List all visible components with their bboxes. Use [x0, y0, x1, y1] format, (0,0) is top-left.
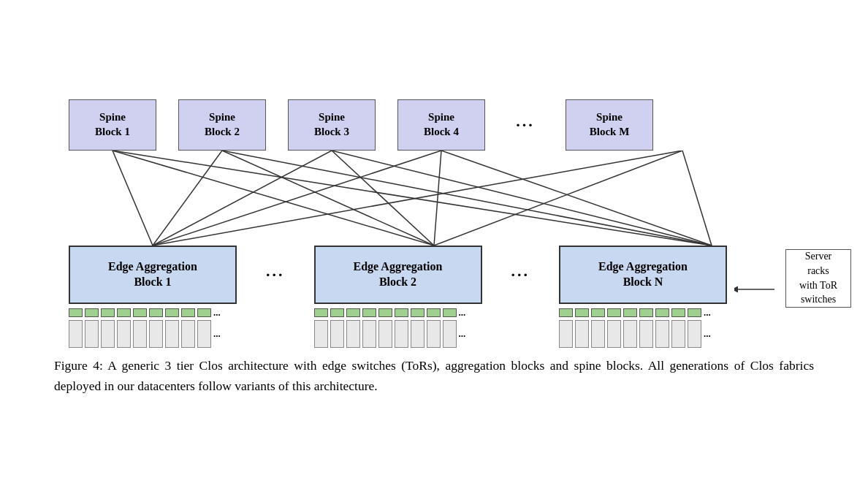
- spine-row: SpineBlock 1 SpineBlock 2 SpineBlock 3 S…: [54, 99, 814, 151]
- spine-block-m: SpineBlock M: [566, 99, 653, 151]
- rack-dots-row-n: ...: [704, 328, 711, 340]
- rack-cell: [591, 320, 605, 348]
- rack-cell: [69, 320, 83, 348]
- tor-cell: [559, 308, 573, 317]
- rack-cell: [181, 320, 195, 348]
- edge-block-n: Edge AggregationBlock N: [559, 246, 727, 304]
- rack-cell: [623, 320, 637, 348]
- rack-row-n: ...: [559, 320, 727, 348]
- edge-group-1: Edge AggregationBlock 1: [69, 246, 237, 348]
- rack-cell: [559, 320, 573, 348]
- server-racks-label-area: Serverrackswith ToRswitches: [734, 246, 844, 319]
- edge-dots: ···: [266, 246, 285, 304]
- rack-cell: [133, 320, 147, 348]
- rack-cells-n: [559, 320, 701, 348]
- rack-cell: [655, 320, 669, 348]
- tor-cell: [362, 308, 376, 317]
- rack-row-1: ...: [69, 320, 237, 348]
- tor-cell: [133, 308, 147, 317]
- edge-row: Edge AggregationBlock 1: [69, 246, 814, 348]
- edge-block-2: Edge AggregationBlock 2: [314, 246, 482, 304]
- rack-cells-2: [314, 320, 457, 348]
- diagram-container: SpineBlock 1 SpineBlock 2 SpineBlock 3 S…: [54, 99, 814, 348]
- edge-block-1: Edge AggregationBlock 1: [69, 246, 237, 304]
- rack-cell: [639, 320, 653, 348]
- rack-cell: [607, 320, 621, 348]
- spine-block-3: SpineBlock 3: [288, 99, 376, 151]
- figure-label: Figure 4: A generic 3 tier Clos architec…: [54, 358, 814, 393]
- svg-line-2: [113, 151, 712, 246]
- rack-cell: [149, 320, 163, 348]
- rack-cell: [346, 320, 360, 348]
- connection-lines-svg: [69, 151, 836, 246]
- tor-row-1: ...: [69, 307, 237, 319]
- tor-cell: [623, 308, 637, 317]
- tor-cells-2: [314, 308, 457, 317]
- rack-row-2: ...: [314, 320, 482, 348]
- tor-cell: [671, 308, 685, 317]
- rack-cell: [427, 320, 441, 348]
- rack-cell: [378, 320, 392, 348]
- rack-cell: [671, 320, 685, 348]
- edge-group-n: Edge AggregationBlock N: [559, 246, 727, 348]
- rack-dots-row-2: ...: [459, 328, 466, 340]
- tor-cell: [165, 308, 179, 317]
- rack-cell: [101, 320, 115, 348]
- tor-cell: [427, 308, 441, 317]
- svg-line-10: [434, 151, 441, 246]
- rack-cell: [197, 320, 211, 348]
- rack-cell: [443, 320, 457, 348]
- tor-cell: [575, 308, 589, 317]
- rack-dots-2: ...: [459, 307, 466, 319]
- tor-row-n: ...: [559, 307, 727, 319]
- tor-cell: [149, 308, 163, 317]
- tor-cell: [117, 308, 131, 317]
- server-racks-label: Serverrackswith ToRswitches: [785, 249, 851, 308]
- rack-cell: [395, 320, 408, 348]
- rack-cells-1: [69, 320, 211, 348]
- tor-cell: [443, 308, 457, 317]
- tor-cells-n: [559, 308, 701, 317]
- rack-cell: [330, 320, 344, 348]
- tor-cell: [181, 308, 195, 317]
- rack-cell: [85, 320, 99, 348]
- tor-cell: [411, 308, 425, 317]
- tor-cell: [346, 308, 360, 317]
- tor-cell: [639, 308, 653, 317]
- tor-row-2: ...: [314, 307, 482, 319]
- tor-cell: [395, 308, 408, 317]
- rack-cell: [411, 320, 425, 348]
- rack-dots-row-1: ...: [213, 328, 221, 340]
- svg-line-3: [153, 151, 222, 246]
- rack-cell: [575, 320, 589, 348]
- svg-line-13: [434, 151, 682, 246]
- spine-block-2: SpineBlock 2: [178, 99, 266, 151]
- svg-line-8: [332, 151, 712, 246]
- spine-block-4: SpineBlock 4: [397, 99, 485, 151]
- svg-line-11: [441, 151, 712, 246]
- tor-cell: [655, 308, 669, 317]
- rack-dots-1: ...: [213, 307, 221, 319]
- tor-cell: [85, 308, 99, 317]
- tor-cell: [591, 308, 605, 317]
- tor-cell: [101, 308, 115, 317]
- edge-group-2: Edge AggregationBlock 2: [314, 246, 482, 348]
- tor-cell: [69, 308, 83, 317]
- rack-cell: [314, 320, 328, 348]
- spine-block-1: SpineBlock 1: [69, 99, 156, 151]
- rack-cell: [362, 320, 376, 348]
- tor-cell: [330, 308, 344, 317]
- tor-cells-1: [69, 308, 211, 317]
- rack-cell: [165, 320, 179, 348]
- rack-dots-n: ...: [704, 307, 711, 319]
- rack-cell: [117, 320, 131, 348]
- svg-line-6: [153, 151, 332, 246]
- figure-caption: Figure 4: A generic 3 tier Clos architec…: [54, 355, 814, 396]
- tor-cell: [378, 308, 392, 317]
- page: SpineBlock 1 SpineBlock 2 SpineBlock 3 S…: [32, 85, 836, 418]
- svg-line-0: [113, 151, 153, 246]
- tor-cell: [688, 308, 701, 317]
- tor-cell: [197, 308, 211, 317]
- tor-cell: [314, 308, 328, 317]
- arrow-svg: [734, 260, 778, 319]
